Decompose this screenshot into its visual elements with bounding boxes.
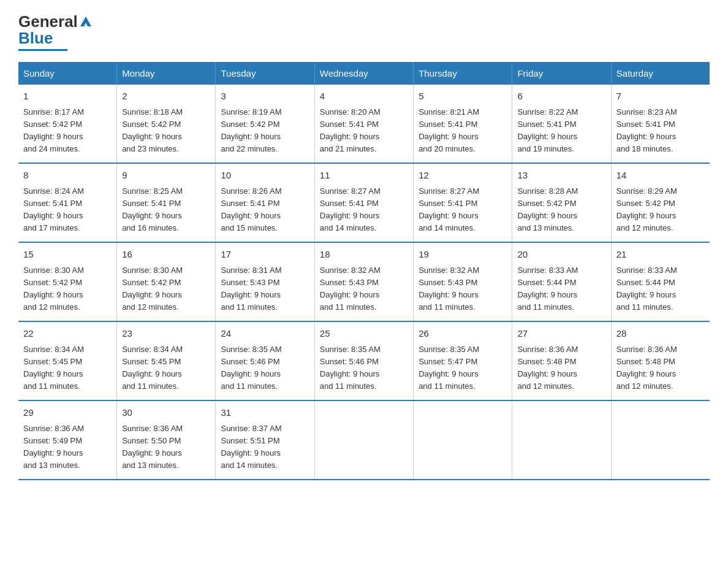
day-number: 19 xyxy=(419,248,507,262)
day-number: 11 xyxy=(320,169,408,183)
day-info: Sunrise: 8:35 AMSunset: 5:46 PMDaylight:… xyxy=(221,343,309,393)
day-info: Sunrise: 8:36 AMSunset: 5:50 PMDaylight:… xyxy=(122,423,210,472)
column-header-thursday: Thursday xyxy=(414,62,512,85)
week-row-1: 1Sunrise: 8:17 AMSunset: 5:42 PMDaylight… xyxy=(18,85,710,163)
day-number: 17 xyxy=(221,248,309,262)
calendar-cell: 26Sunrise: 8:35 AMSunset: 5:47 PMDayligh… xyxy=(414,321,512,400)
calendar-cell: 23Sunrise: 8:34 AMSunset: 5:45 PMDayligh… xyxy=(117,321,216,400)
page-header: General Blue xyxy=(18,12,710,51)
week-row-4: 22Sunrise: 8:34 AMSunset: 5:45 PMDayligh… xyxy=(18,321,710,400)
day-info: Sunrise: 8:29 AMSunset: 5:42 PMDaylight:… xyxy=(616,185,705,235)
calendar-cell: 18Sunrise: 8:32 AMSunset: 5:43 PMDayligh… xyxy=(314,242,413,321)
logo-blue-text: Blue xyxy=(18,29,53,48)
logo-underline xyxy=(18,49,67,51)
calendar-cell: 30Sunrise: 8:36 AMSunset: 5:50 PMDayligh… xyxy=(117,400,216,480)
day-number: 10 xyxy=(221,169,309,183)
calendar-cell: 25Sunrise: 8:35 AMSunset: 5:46 PMDayligh… xyxy=(314,321,413,400)
day-number: 30 xyxy=(122,406,210,420)
day-number: 28 xyxy=(616,327,705,341)
day-info: Sunrise: 8:24 AMSunset: 5:41 PMDaylight:… xyxy=(23,185,112,235)
day-number: 16 xyxy=(122,248,210,262)
day-info: Sunrise: 8:18 AMSunset: 5:42 PMDaylight:… xyxy=(122,106,210,156)
day-number: 18 xyxy=(320,248,408,262)
day-info: Sunrise: 8:31 AMSunset: 5:43 PMDaylight:… xyxy=(221,264,309,314)
day-number: 9 xyxy=(122,169,210,183)
day-info: Sunrise: 8:33 AMSunset: 5:44 PMDaylight:… xyxy=(616,264,705,314)
calendar-cell: 13Sunrise: 8:28 AMSunset: 5:42 PMDayligh… xyxy=(512,163,611,242)
column-header-wednesday: Wednesday xyxy=(314,62,413,85)
calendar-cell: 11Sunrise: 8:27 AMSunset: 5:41 PMDayligh… xyxy=(314,163,413,242)
day-info: Sunrise: 8:28 AMSunset: 5:42 PMDaylight:… xyxy=(517,185,605,235)
day-number: 5 xyxy=(419,90,507,104)
calendar-cell: 17Sunrise: 8:31 AMSunset: 5:43 PMDayligh… xyxy=(216,242,314,321)
day-info: Sunrise: 8:34 AMSunset: 5:45 PMDaylight:… xyxy=(23,343,112,393)
calendar-cell: 10Sunrise: 8:26 AMSunset: 5:41 PMDayligh… xyxy=(216,163,314,242)
day-number: 12 xyxy=(419,169,507,183)
day-info: Sunrise: 8:37 AMSunset: 5:51 PMDaylight:… xyxy=(221,423,309,472)
logo-icon xyxy=(79,15,93,29)
day-info: Sunrise: 8:21 AMSunset: 5:41 PMDaylight:… xyxy=(419,106,507,156)
week-row-3: 15Sunrise: 8:30 AMSunset: 5:42 PMDayligh… xyxy=(18,242,710,321)
calendar-cell: 28Sunrise: 8:36 AMSunset: 5:48 PMDayligh… xyxy=(611,321,710,400)
day-number: 31 xyxy=(221,406,309,420)
day-info: Sunrise: 8:25 AMSunset: 5:41 PMDaylight:… xyxy=(122,185,210,235)
calendar-cell: 14Sunrise: 8:29 AMSunset: 5:42 PMDayligh… xyxy=(611,163,710,242)
calendar-cell: 19Sunrise: 8:32 AMSunset: 5:43 PMDayligh… xyxy=(414,242,512,321)
calendar-cell: 9Sunrise: 8:25 AMSunset: 5:41 PMDaylight… xyxy=(117,163,216,242)
day-number: 23 xyxy=(122,327,210,341)
calendar-cell: 29Sunrise: 8:36 AMSunset: 5:49 PMDayligh… xyxy=(18,400,117,480)
day-info: Sunrise: 8:20 AMSunset: 5:41 PMDaylight:… xyxy=(320,106,408,156)
day-number: 21 xyxy=(616,248,705,262)
calendar-cell: 22Sunrise: 8:34 AMSunset: 5:45 PMDayligh… xyxy=(18,321,117,400)
day-number: 20 xyxy=(517,248,605,262)
calendar-cell: 27Sunrise: 8:36 AMSunset: 5:48 PMDayligh… xyxy=(512,321,611,400)
day-info: Sunrise: 8:32 AMSunset: 5:43 PMDaylight:… xyxy=(320,264,408,314)
day-info: Sunrise: 8:35 AMSunset: 5:47 PMDaylight:… xyxy=(419,343,507,393)
day-info: Sunrise: 8:30 AMSunset: 5:42 PMDaylight:… xyxy=(122,264,210,314)
day-info: Sunrise: 8:30 AMSunset: 5:42 PMDaylight:… xyxy=(23,264,112,314)
day-info: Sunrise: 8:22 AMSunset: 5:41 PMDaylight:… xyxy=(517,106,605,156)
day-number: 22 xyxy=(23,327,112,341)
week-row-5: 29Sunrise: 8:36 AMSunset: 5:49 PMDayligh… xyxy=(18,400,710,480)
calendar-header-row: SundayMondayTuesdayWednesdayThursdayFrid… xyxy=(18,62,710,85)
day-info: Sunrise: 8:32 AMSunset: 5:43 PMDaylight:… xyxy=(419,264,507,314)
column-header-monday: Monday xyxy=(117,62,216,85)
day-info: Sunrise: 8:19 AMSunset: 5:42 PMDaylight:… xyxy=(221,106,309,156)
calendar-cell: 15Sunrise: 8:30 AMSunset: 5:42 PMDayligh… xyxy=(18,242,117,321)
day-number: 2 xyxy=(122,90,210,104)
column-header-saturday: Saturday xyxy=(611,62,710,85)
day-number: 8 xyxy=(23,169,112,183)
day-info: Sunrise: 8:34 AMSunset: 5:45 PMDaylight:… xyxy=(122,343,210,393)
day-number: 7 xyxy=(616,90,705,104)
day-number: 27 xyxy=(517,327,605,341)
calendar-cell: 24Sunrise: 8:35 AMSunset: 5:46 PMDayligh… xyxy=(216,321,314,400)
column-header-tuesday: Tuesday xyxy=(216,62,314,85)
day-number: 24 xyxy=(221,327,309,341)
calendar-cell: 2Sunrise: 8:18 AMSunset: 5:42 PMDaylight… xyxy=(117,85,216,163)
calendar-cell: 8Sunrise: 8:24 AMSunset: 5:41 PMDaylight… xyxy=(18,163,117,242)
calendar-cell xyxy=(414,400,512,480)
day-info: Sunrise: 8:36 AMSunset: 5:48 PMDaylight:… xyxy=(616,343,705,393)
logo: General Blue xyxy=(18,12,93,51)
day-number: 25 xyxy=(320,327,408,341)
day-info: Sunrise: 8:27 AMSunset: 5:41 PMDaylight:… xyxy=(419,185,507,235)
calendar-cell: 4Sunrise: 8:20 AMSunset: 5:41 PMDaylight… xyxy=(314,85,413,163)
day-number: 29 xyxy=(23,406,112,420)
calendar-table: SundayMondayTuesdayWednesdayThursdayFrid… xyxy=(18,62,710,480)
calendar-cell: 6Sunrise: 8:22 AMSunset: 5:41 PMDaylight… xyxy=(512,85,611,163)
day-number: 13 xyxy=(517,169,605,183)
column-header-sunday: Sunday xyxy=(18,62,117,85)
calendar-cell: 3Sunrise: 8:19 AMSunset: 5:42 PMDaylight… xyxy=(216,85,314,163)
calendar-cell: 21Sunrise: 8:33 AMSunset: 5:44 PMDayligh… xyxy=(611,242,710,321)
day-info: Sunrise: 8:35 AMSunset: 5:46 PMDaylight:… xyxy=(320,343,408,393)
day-number: 26 xyxy=(419,327,507,341)
day-info: Sunrise: 8:17 AMSunset: 5:42 PMDaylight:… xyxy=(23,106,112,156)
day-info: Sunrise: 8:27 AMSunset: 5:41 PMDaylight:… xyxy=(320,185,408,235)
calendar-cell: 5Sunrise: 8:21 AMSunset: 5:41 PMDaylight… xyxy=(414,85,512,163)
calendar-cell xyxy=(611,400,710,480)
calendar-cell: 20Sunrise: 8:33 AMSunset: 5:44 PMDayligh… xyxy=(512,242,611,321)
day-number: 6 xyxy=(517,90,605,104)
calendar-cell: 1Sunrise: 8:17 AMSunset: 5:42 PMDaylight… xyxy=(18,85,117,163)
day-number: 14 xyxy=(616,169,705,183)
day-info: Sunrise: 8:23 AMSunset: 5:41 PMDaylight:… xyxy=(616,106,705,156)
